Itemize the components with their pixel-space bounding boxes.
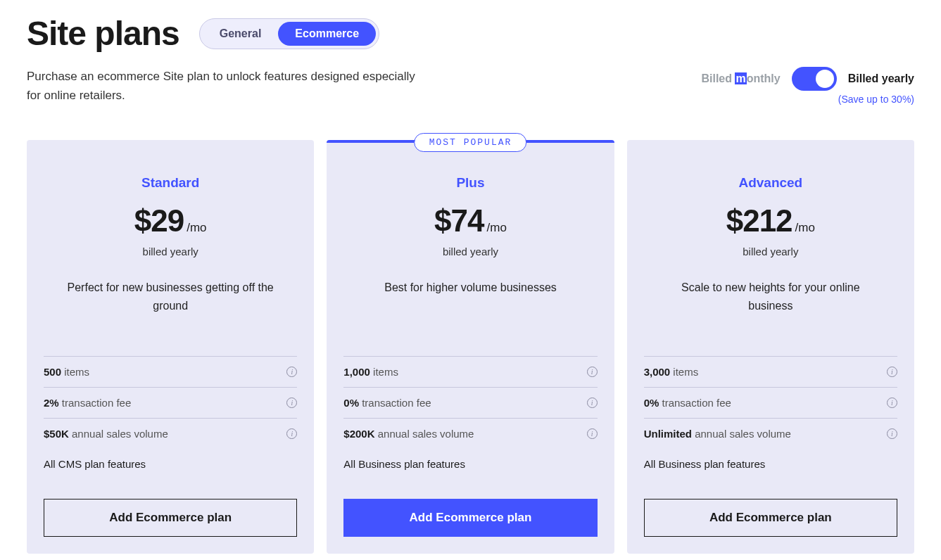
feature-transaction-fee: 0% transaction fee i xyxy=(343,387,597,418)
tab-ecommerce[interactable]: Ecommerce xyxy=(278,22,376,46)
popular-badge: MOST POPULAR xyxy=(415,133,527,152)
feature-items: 500 items i xyxy=(44,356,297,387)
feature-pre: All xyxy=(44,458,58,470)
plan-name: Advanced xyxy=(644,175,897,191)
feature-bold: Business xyxy=(358,458,401,470)
feature-value: 0% xyxy=(644,397,659,409)
plan-description: Best for higher volume businesses xyxy=(343,279,597,349)
plan-card-standard: Standard $29 /mo billed yearly Perfect f… xyxy=(27,140,314,554)
feature-plan-includes: All Business plan features xyxy=(644,449,897,479)
plan-price: $74 xyxy=(434,203,484,238)
billed-monthly-pre: Billed xyxy=(701,72,735,84)
feature-items: 3,000 items i xyxy=(644,356,897,387)
plan-billing-note: billed yearly xyxy=(343,246,597,257)
billing-toggle-section: Billed monthly Billed yearly (Save up to… xyxy=(701,67,914,105)
page-subhead: Purchase an ecommerce Site plan to unloc… xyxy=(27,67,421,105)
feature-label: annual sales volume xyxy=(692,428,791,440)
feature-pre: All xyxy=(343,458,358,470)
feature-sales-volume: $50K annual sales volume i xyxy=(44,418,297,449)
feature-plan-includes: All CMS plan features xyxy=(44,449,297,479)
plan-price-unit: /mo xyxy=(487,221,507,235)
feature-value: 3,000 xyxy=(644,366,671,378)
feature-pre: All xyxy=(644,458,659,470)
feature-label: transaction fee xyxy=(359,397,431,409)
feature-plan-includes: All Business plan features xyxy=(343,449,597,479)
plan-description: Perfect for new businesses getting off t… xyxy=(44,279,297,349)
page-title: Site plans xyxy=(27,14,179,53)
info-icon[interactable]: i xyxy=(587,367,598,377)
plan-price-unit: /mo xyxy=(795,221,815,235)
feature-label: annual sales volume xyxy=(375,428,474,440)
feature-transaction-fee: 0% transaction fee i xyxy=(644,387,897,418)
info-icon[interactable]: i xyxy=(887,428,897,439)
feature-label: transaction fee xyxy=(659,397,731,409)
feature-post: plan features xyxy=(401,458,465,470)
info-icon[interactable]: i xyxy=(587,428,598,439)
feature-value: 500 xyxy=(44,366,61,378)
feature-items: 1,000 items i xyxy=(343,356,597,387)
billed-monthly-post: onthly xyxy=(747,72,781,84)
feature-label: annual sales volume xyxy=(69,428,168,440)
feature-bold: CMS xyxy=(58,458,82,470)
feature-label: items xyxy=(370,366,398,378)
feature-post: plan features xyxy=(701,458,765,470)
plan-type-tabs: General Ecommerce xyxy=(199,18,379,49)
info-icon[interactable]: i xyxy=(286,397,297,408)
feature-sales-volume: Unlimited annual sales volume i xyxy=(644,418,897,449)
billed-yearly-label: Billed yearly xyxy=(848,72,914,85)
feature-value: Unlimited xyxy=(644,428,692,440)
info-icon[interactable]: i xyxy=(286,367,297,377)
feature-label: items xyxy=(61,366,89,378)
info-icon[interactable]: i xyxy=(887,367,897,377)
feature-value: 2% xyxy=(44,397,59,409)
feature-value: 0% xyxy=(343,397,359,409)
feature-post: plan features xyxy=(82,458,146,470)
plan-description: Scale to new heights for your online bus… xyxy=(644,279,897,349)
feature-value: $50K xyxy=(44,428,69,440)
billed-monthly-label: Billed monthly xyxy=(701,72,780,85)
billing-cycle-toggle[interactable] xyxy=(792,67,837,91)
info-icon[interactable]: i xyxy=(587,397,598,408)
info-icon[interactable]: i xyxy=(286,428,297,439)
plans-grid: Standard $29 /mo billed yearly Perfect f… xyxy=(27,140,914,554)
plan-card-plus: MOST POPULAR Plus $74 /mo billed yearly … xyxy=(327,140,614,554)
feature-label: items xyxy=(670,366,698,378)
plan-price: $29 xyxy=(134,203,184,238)
plan-billing-note: billed yearly xyxy=(644,246,897,257)
feature-sales-volume: $200K annual sales volume i xyxy=(343,418,597,449)
add-plan-button[interactable]: Add Ecommerce plan xyxy=(44,499,297,537)
toggle-knob xyxy=(816,70,834,88)
plan-name: Plus xyxy=(343,175,597,191)
tab-general[interactable]: General xyxy=(203,22,279,46)
billed-monthly-highlight: m xyxy=(735,72,746,84)
feature-value: $200K xyxy=(343,428,374,440)
feature-bold: Business xyxy=(659,458,702,470)
info-icon[interactable]: i xyxy=(887,397,897,408)
plan-card-advanced: Advanced $212 /mo billed yearly Scale to… xyxy=(627,140,914,554)
add-plan-button[interactable]: Add Ecommerce plan xyxy=(644,499,897,537)
plan-price: $212 xyxy=(726,203,792,238)
plan-billing-note: billed yearly xyxy=(44,246,297,257)
plan-price-unit: /mo xyxy=(187,221,206,235)
feature-label: transaction fee xyxy=(59,397,132,409)
feature-transaction-fee: 2% transaction fee i xyxy=(44,387,297,418)
save-note: (Save up to 30%) xyxy=(838,94,914,105)
plan-name: Standard xyxy=(44,175,297,191)
add-plan-button[interactable]: Add Ecommerce plan xyxy=(343,499,597,537)
feature-value: 1,000 xyxy=(343,366,370,378)
